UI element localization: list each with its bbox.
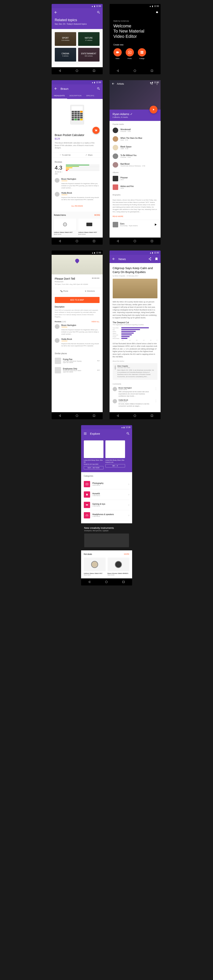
directions-button[interactable]: ➤ Directions xyxy=(77,288,102,294)
nav-home-icon[interactable] xyxy=(75,240,78,243)
nav-recent-icon[interactable] xyxy=(151,414,154,417)
nav-home-icon[interactable] xyxy=(75,414,78,417)
nav-back-icon[interactable] xyxy=(117,69,120,72)
nav-home-icon[interactable] xyxy=(133,240,136,243)
hot-deal-item[interactable]: Braun Women Watch BN0021 Silver $136 xyxy=(107,558,130,576)
back-icon[interactable] xyxy=(54,11,58,14)
nav-back-icon[interactable] xyxy=(59,240,62,243)
more-icon[interactable]: ⋮ xyxy=(154,387,157,397)
more-button[interactable]: MORE xyxy=(94,214,100,216)
album-item[interactable]: Prisoner2017 xyxy=(109,174,160,183)
tab-highlights[interactable]: HIGHLIGHTS xyxy=(51,93,67,99)
buy-button[interactable]: $80 — B xyxy=(106,464,125,468)
gamepad-icon xyxy=(86,504,88,506)
tab-description[interactable]: DESCRIPTION xyxy=(67,93,84,99)
share-icon[interactable] xyxy=(148,257,152,261)
back-icon[interactable] xyxy=(54,87,58,91)
more-button[interactable]: MORE xyxy=(124,553,130,555)
nav-recent-icon[interactable] xyxy=(93,414,96,417)
nav-home-icon[interactable] xyxy=(75,69,78,72)
all-reviews-button[interactable]: ALL REVIEWS xyxy=(55,204,99,208)
svg-point-11 xyxy=(157,83,157,83)
creativity-banner[interactable]: New creativity instruments Smartpads, Mi… xyxy=(81,523,132,550)
now-playing-bar[interactable]: GuruDoomsday · Ryan Adams xyxy=(109,220,160,229)
bookmark-icon[interactable] xyxy=(155,257,158,261)
android-navbar xyxy=(51,67,102,74)
tab-specific[interactable]: SPECIFIC xyxy=(84,93,97,99)
nav-recent-icon[interactable] xyxy=(93,69,96,72)
more-icon[interactable]: ⋮ xyxy=(154,399,157,407)
nav-back-icon[interactable] xyxy=(59,69,62,72)
related-image xyxy=(78,218,100,230)
topic-tile[interactable]: CINEMA9 articles xyxy=(55,48,76,62)
nav-recent-icon[interactable] xyxy=(93,240,96,243)
article-paragraph: With the MSCI All-Country World Index up… xyxy=(113,301,157,319)
topic-tiles: SPORT116 articles NATURE27 articles CINE… xyxy=(51,29,102,65)
add-to-map-button[interactable]: ADD TO A MAP xyxy=(55,297,99,303)
back-icon[interactable] xyxy=(112,257,115,261)
related-item[interactable]: Uniform Wares Watch M37 $499 $349 xyxy=(78,218,100,235)
author-org: The New York Times xyxy=(117,367,155,368)
article-byline: by Brian Chapatta · 19 february 2017 xyxy=(113,275,157,277)
track-item[interactable]: To Be Without YouPrisoner · 3:24 xyxy=(109,152,160,161)
buy-button[interactable]: $129 — BUY NOW xyxy=(84,466,104,469)
related-item[interactable]: Uniform Wares Watch M37 $499 $349 xyxy=(54,218,76,235)
video-button[interactable]: Video xyxy=(114,48,122,59)
search-icon[interactable] xyxy=(97,87,100,91)
nav-home-icon[interactable] xyxy=(133,414,136,417)
nav-back-icon[interactable] xyxy=(88,581,91,584)
place-image xyxy=(55,358,61,364)
featured-items[interactable]: Leica M10 Body Silver 30w Kit Retail $1,… xyxy=(81,438,132,472)
category-item[interactable]: Gaming & toys1780 items › xyxy=(84,500,130,510)
search-icon[interactable] xyxy=(150,82,153,85)
nav-recent-icon[interactable] xyxy=(151,240,154,243)
read-more-button[interactable]: READ MORE xyxy=(109,215,160,220)
headphones-icon xyxy=(86,514,88,517)
more-icon[interactable] xyxy=(155,82,159,85)
hot-deals-label: Hot deals xyxy=(84,553,92,555)
gear-icon[interactable] xyxy=(155,11,158,14)
collage-button[interactable]: Collage xyxy=(138,48,146,59)
share-button[interactable]: ↗ Share xyxy=(79,154,99,156)
nav-recent-icon[interactable] xyxy=(122,581,125,584)
search-icon[interactable] xyxy=(97,11,100,14)
map-view[interactable] xyxy=(51,255,102,274)
subheading-sub: The Organization of Petroleum Exporting … xyxy=(113,324,157,325)
category-item[interactable]: HomeKit1780 items › xyxy=(84,489,130,500)
nav-home-icon[interactable] xyxy=(133,69,136,72)
back-icon[interactable] xyxy=(112,82,115,85)
view-all-button[interactable]: VIEW ALL xyxy=(91,321,99,323)
featured-item[interactable]: Leica M10 Body Silver 30w Retail $1,349 … xyxy=(106,441,125,469)
nav-home-icon[interactable] xyxy=(105,581,108,584)
place-item[interactable]: Frying PanGrill 3408 Greenfelder SkywayO… xyxy=(51,356,102,366)
photo-button[interactable]: Photo xyxy=(126,48,134,59)
track-item[interactable]: When The Stars Go BlueGold · 3:31 xyxy=(109,135,160,143)
wishlist-button[interactable]: ♡ To wish list xyxy=(55,154,75,156)
nav-back-icon[interactable] xyxy=(117,240,120,243)
play-fab[interactable] xyxy=(150,106,157,113)
nav-back-icon[interactable] xyxy=(117,414,120,417)
menu-icon[interactable] xyxy=(83,432,87,435)
track-item[interactable]: Blank Space1989 · 5:36 xyxy=(109,143,160,152)
cart-fab[interactable] xyxy=(93,127,99,134)
banner-subtitle: Smartpads, Microphones, Lightpad xyxy=(84,530,129,531)
hot-deal-item[interactable]: Uniform Wares Watch M37 Silver $249 xyxy=(84,558,106,576)
chevron-right-icon: › xyxy=(128,482,129,486)
nav-recent-icon[interactable] xyxy=(151,69,154,72)
category-item[interactable]: Photography2034 items › xyxy=(84,479,130,489)
review-text: Keyword lists that are thousands of word… xyxy=(61,196,99,201)
topic-tile[interactable]: ENTETAINMENT684 articles xyxy=(78,48,99,62)
track-item[interactable]: Bad BloodHeartbreak (Deluxe Release) · 2… xyxy=(109,161,160,169)
place-item[interactable]: Employees OnlyRestaurant 3650 Bryon Isla… xyxy=(51,366,102,375)
search-icon[interactable] xyxy=(126,432,130,435)
album-item[interactable]: Ashes and Fire2015 xyxy=(109,183,160,191)
category-item[interactable]: Headphones & speakers1780 items › xyxy=(84,510,130,520)
play-icon[interactable] xyxy=(154,223,157,227)
phone-button[interactable]: 📞 Phone xyxy=(51,288,77,294)
track-item[interactable]: WonderwallPrisoner · 3:24 xyxy=(109,126,160,135)
topic-tile[interactable]: SPORT116 articles xyxy=(55,32,76,46)
topic-tile[interactable]: NATURE27 articles xyxy=(78,32,99,46)
svg-rect-4 xyxy=(142,51,143,52)
nav-back-icon[interactable] xyxy=(59,414,62,417)
featured-item[interactable]: Leica M10 Body Silver 30w Kit Retail $1,… xyxy=(84,441,104,469)
